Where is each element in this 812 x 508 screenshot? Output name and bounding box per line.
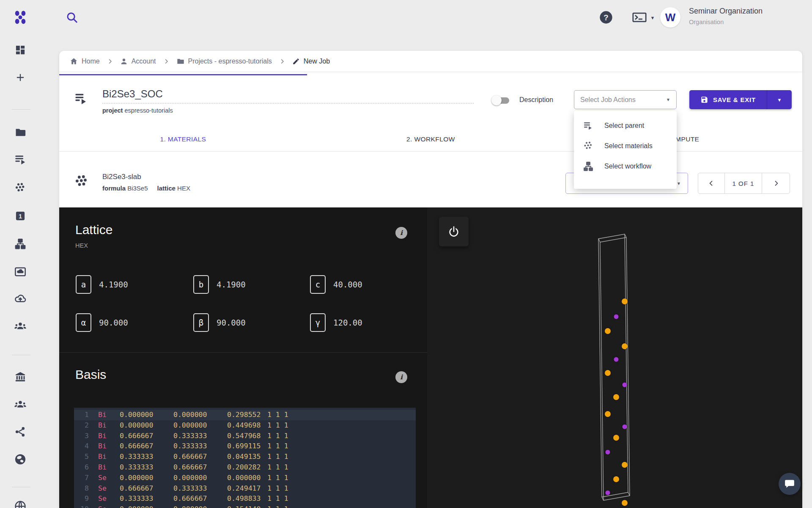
param-value[interactable]: 4.1900 xyxy=(99,280,128,289)
breadcrumb-current: New Job xyxy=(292,58,330,65)
material-atoms-icon xyxy=(74,174,89,189)
basis-row: 7Se0.0000000.0000000.0000001 1 1 xyxy=(74,473,416,483)
jobs-list-icon[interactable] xyxy=(14,154,26,166)
list-play-icon xyxy=(583,121,593,131)
atom-purple xyxy=(614,357,619,362)
set-parent-icon[interactable] xyxy=(74,92,87,105)
param-value[interactable]: 90.000 xyxy=(99,318,128,327)
save-exit-button[interactable]: SAVE & EXIT ▼ xyxy=(689,90,792,109)
explore-globe-icon[interactable] xyxy=(14,500,27,508)
one-badge-icon[interactable]: 1 xyxy=(15,210,26,222)
material-pager: 1 OF 1 xyxy=(698,173,790,194)
param-value[interactable]: 40.000 xyxy=(333,280,362,289)
basis-row: 1Bi0.0000000.0000000.2985521 1 1 xyxy=(74,410,416,420)
structure-viewer[interactable] xyxy=(427,207,802,508)
person-icon xyxy=(120,58,128,65)
lattice-info-icon[interactable]: i xyxy=(395,227,407,239)
param-symbol: c xyxy=(310,275,326,294)
job-project: project espresso-tutorials xyxy=(102,107,173,114)
save-icon xyxy=(700,96,708,104)
atom-purple xyxy=(606,450,610,455)
cloud-upload-icon[interactable] xyxy=(14,292,27,305)
org-type: Organisation xyxy=(689,19,724,25)
chat-launcher[interactable] xyxy=(779,473,801,495)
menu-item-select-parent[interactable]: Select parent xyxy=(574,116,677,136)
materials-atoms-icon[interactable] xyxy=(15,182,26,194)
lattice-param-c: c 40.000 xyxy=(310,275,362,294)
svg-text:?: ? xyxy=(604,13,608,22)
dashboard-icon[interactable] xyxy=(15,44,26,56)
org-name[interactable]: Seminar Organization xyxy=(689,7,763,16)
param-symbol: b xyxy=(193,275,209,294)
param-symbol: β xyxy=(193,313,209,332)
console-caret-icon[interactable]: ▼ xyxy=(650,15,655,20)
param-symbol: γ xyxy=(310,313,326,332)
job-actions-placeholder: Select Job Actions xyxy=(580,96,666,104)
toggle-knob xyxy=(491,95,502,105)
material-name[interactable]: Bi2Se3-slab xyxy=(102,173,141,181)
organization-bank-icon[interactable] xyxy=(14,371,26,383)
basis-info-icon[interactable]: i xyxy=(395,371,407,383)
lattice-param-a: a 4.1900 xyxy=(76,275,128,294)
basis-row: 2Bi0.0000000.0000000.4496981 1 1 xyxy=(74,420,416,431)
chat-icon xyxy=(784,478,795,489)
search-icon[interactable] xyxy=(66,11,78,24)
atom-orange xyxy=(622,500,628,506)
atom-orange xyxy=(613,476,619,482)
people-icon[interactable] xyxy=(14,398,27,411)
title-divider xyxy=(102,103,474,104)
help-icon[interactable]: ? xyxy=(599,11,613,24)
atom-purple xyxy=(606,491,610,495)
description-toggle[interactable] xyxy=(491,95,511,106)
svg-text:1: 1 xyxy=(19,213,22,220)
param-value[interactable]: 90.000 xyxy=(217,318,246,327)
atom-orange xyxy=(605,370,611,376)
pager-label: 1 OF 1 xyxy=(725,173,762,193)
team-icon[interactable] xyxy=(14,320,27,332)
job-title[interactable]: Bi2Se3_SOC xyxy=(102,88,163,100)
sidebar-divider xyxy=(12,487,30,487)
chevron-right-icon xyxy=(107,58,113,64)
material-meta: formula Bi3Se5lattice HEX xyxy=(102,185,190,192)
job-actions-menu: Select parent Select materials Select wo… xyxy=(574,111,677,189)
globe-icon[interactable] xyxy=(14,453,27,466)
tab-bar: 1. MATERIALS 2. WORKFLOW 3. COMPUTE xyxy=(59,127,802,152)
breadcrumb-project[interactable]: Projects - espresso-tutorials xyxy=(176,57,272,65)
save-exit-main[interactable]: SAVE & EXIT xyxy=(689,96,767,104)
console-icon[interactable] xyxy=(632,11,647,23)
pager-next-button[interactable] xyxy=(762,173,790,193)
menu-item-select-materials[interactable]: Select materials xyxy=(574,136,677,156)
breadcrumb: Home Account Projects - espresso-tutoria… xyxy=(59,51,802,72)
projects-folder-icon[interactable] xyxy=(14,126,26,138)
tab-workflow[interactable]: 2. WORKFLOW xyxy=(307,127,555,151)
atoms-icon xyxy=(583,141,593,151)
breadcrumb-account[interactable]: Account xyxy=(120,58,156,65)
breadcrumb-home[interactable]: Home xyxy=(70,57,100,65)
add-icon[interactable] xyxy=(14,72,26,83)
save-more-arrow[interactable]: ▼ xyxy=(767,90,792,109)
share-icon[interactable] xyxy=(15,426,26,438)
basis-section-title: Basis xyxy=(75,367,106,382)
atom-orange xyxy=(605,328,611,334)
menu-item-select-workflow[interactable]: Select workflow xyxy=(574,156,677,177)
atom-purple xyxy=(623,425,627,429)
basis-row: 3Bi0.6666670.3333330.5479681 1 1 xyxy=(74,431,416,442)
app-logo-icon[interactable] xyxy=(12,9,28,25)
job-actions-select[interactable]: Select Job Actions ▼ xyxy=(574,90,677,109)
param-value[interactable]: 120.00 xyxy=(333,318,362,327)
chevron-right-icon xyxy=(279,58,285,64)
tab-materials[interactable]: 1. MATERIALS xyxy=(59,127,307,151)
lattice-section-title: Lattice xyxy=(75,223,112,237)
param-value[interactable]: 4.1900 xyxy=(217,280,246,289)
pager-prev-button[interactable] xyxy=(698,173,725,193)
avatar-letter: W xyxy=(665,11,676,24)
folder-icon xyxy=(176,57,184,65)
sidebar: 1 xyxy=(0,0,41,508)
workflows-icon[interactable] xyxy=(15,238,26,250)
basis-editor[interactable]: 1Bi0.0000000.0000000.2985521 1 12Bi0.000… xyxy=(74,408,416,508)
atom-orange xyxy=(622,462,628,468)
avatar[interactable]: W xyxy=(660,7,680,28)
sidebar-divider xyxy=(12,355,30,355)
images-icon[interactable] xyxy=(14,266,26,278)
chevron-down-icon: ▼ xyxy=(666,97,670,102)
